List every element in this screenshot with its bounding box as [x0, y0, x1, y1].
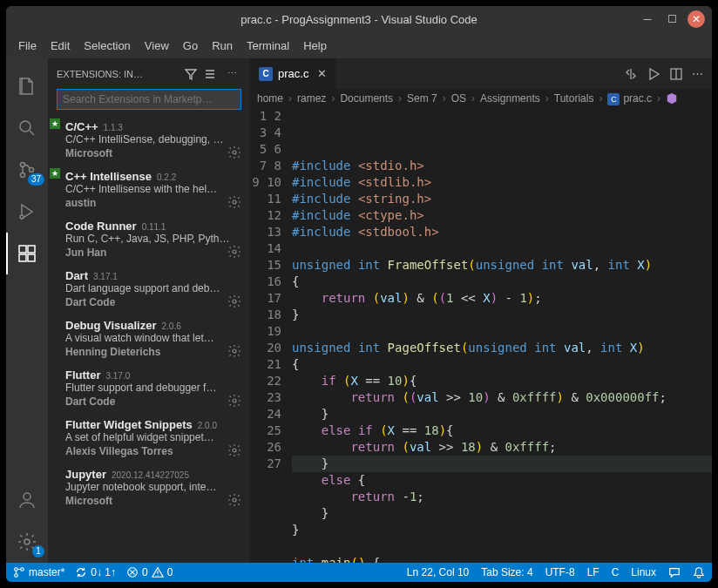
gear-icon[interactable]	[227, 145, 241, 159]
bell-icon[interactable]	[693, 566, 705, 578]
crumb-symbol-icon[interactable]	[666, 92, 678, 105]
extension-item[interactable]: Flutter Widget Snippets2.0.0 A set of he…	[48, 413, 250, 463]
svg-point-3	[30, 168, 34, 172]
crumb[interactable]: OS	[451, 92, 466, 105]
window-title: prac.c - ProgAssignment3 - Visual Studio…	[240, 13, 477, 26]
gear-icon[interactable]	[227, 394, 241, 408]
code-editor[interactable]: #include <stdio.h>#include <stdlib.h>#in…	[292, 108, 712, 563]
maximize-button[interactable]: ☐	[663, 10, 681, 28]
status-problems[interactable]: 0 0	[126, 566, 173, 578]
activity-bar: 37 1	[6, 58, 48, 563]
menu-selection[interactable]: Selection	[77, 36, 137, 56]
svg-rect-5	[19, 246, 26, 253]
status-language[interactable]: C	[612, 566, 620, 578]
feedback-icon[interactable]	[668, 566, 681, 578]
menu-help[interactable]: Help	[296, 36, 334, 56]
status-os[interactable]: Linux	[631, 566, 656, 578]
line-gutter: 1 2 3 4 5 6 7 8 9 10 11 12 13 14 15 16 1…	[250, 108, 292, 563]
svg-point-20	[15, 568, 18, 571]
svg-point-18	[233, 498, 236, 502]
gear-icon[interactable]	[227, 493, 241, 507]
svg-point-17	[233, 449, 236, 452]
run-icon[interactable]	[647, 67, 660, 81]
svg-point-10	[24, 539, 30, 544]
svg-point-12	[233, 200, 236, 204]
svg-rect-7	[28, 254, 35, 261]
svg-point-0	[20, 121, 30, 132]
extension-item[interactable]: Jupyter2020.12.414227025 Jupyter noteboo…	[48, 463, 250, 512]
menu-edit[interactable]: Edit	[44, 36, 77, 56]
minimize-button[interactable]: ─	[639, 10, 656, 28]
svg-point-14	[233, 300, 236, 303]
menu-file[interactable]: File	[11, 36, 44, 56]
source-control-icon[interactable]: 37	[6, 149, 48, 191]
svg-point-9	[24, 493, 30, 500]
svg-point-22	[21, 568, 24, 571]
svg-rect-6	[19, 254, 26, 261]
more-icon[interactable]: ⋯	[222, 68, 241, 79]
scm-badge: 37	[28, 173, 44, 186]
settings-badge: 1	[32, 545, 44, 558]
crumb[interactable]: Assignments	[480, 92, 540, 105]
crumb[interactable]: Sem 7	[407, 92, 437, 105]
svg-rect-8	[28, 246, 35, 253]
menu-run[interactable]: Run	[205, 36, 240, 56]
status-position[interactable]: Ln 22, Col 10	[407, 566, 469, 578]
gear-icon[interactable]	[227, 245, 241, 259]
status-encoding[interactable]: UTF-8	[545, 566, 575, 578]
status-eol[interactable]: LF	[587, 566, 599, 578]
clear-icon[interactable]	[203, 67, 222, 81]
extension-item[interactable]: Dart3.17.1 Dart language support and deb…	[48, 264, 250, 314]
extensions-icon[interactable]	[6, 233, 48, 274]
sidebar-title: EXTENSIONS: IN…	[57, 69, 184, 79]
crumb[interactable]: Tutorials	[554, 92, 594, 105]
extension-item[interactable]: Debug Visualizer2.0.6 A visual watch win…	[48, 314, 250, 363]
extension-item[interactable]: C/C++1.1.3 C/C++ IntelliSense, debugging…	[48, 115, 250, 165]
compare-icon[interactable]	[624, 67, 638, 81]
crumb[interactable]: home	[257, 92, 283, 105]
gear-icon[interactable]	[227, 195, 241, 209]
svg-point-2	[21, 173, 25, 178]
svg-point-15	[233, 349, 236, 353]
filter-icon[interactable]	[184, 67, 203, 81]
extension-item[interactable]: C++ Intellisense0.2.2 C/C++ Intellisense…	[48, 165, 250, 214]
breadcrumb[interactable]: home›ramez›Documents›Sem 7›OS›Assignment…	[250, 89, 712, 108]
editor-more-icon[interactable]: ⋯	[692, 67, 703, 80]
svg-point-4	[20, 215, 24, 219]
search-input[interactable]	[57, 89, 241, 110]
crumb[interactable]: Documents	[340, 92, 393, 105]
status-sync[interactable]: 0↓ 1↑	[75, 566, 116, 578]
status-bar: master* 0↓ 1↑ 0 0 Ln 22, Col 10 Tab Size…	[6, 563, 712, 582]
settings-gear-icon[interactable]: 1	[6, 521, 48, 563]
svg-point-13	[233, 250, 236, 253]
svg-point-11	[233, 151, 236, 154]
tab-filename: prac.c	[278, 67, 308, 80]
close-button[interactable]: ✕	[688, 10, 705, 28]
svg-point-21	[15, 574, 18, 578]
search-icon[interactable]	[6, 107, 48, 149]
gear-icon[interactable]	[227, 344, 241, 358]
menu-view[interactable]: View	[138, 36, 176, 56]
crumb-file[interactable]: Cprac.c	[607, 92, 652, 105]
crumb[interactable]: ramez	[297, 92, 326, 105]
menu-terminal[interactable]: Terminal	[240, 36, 296, 56]
sidebar: EXTENSIONS: IN… ⋯ C/C++1.1.3 C/C++ Intel…	[48, 58, 250, 563]
menu-go[interactable]: Go	[176, 36, 205, 56]
editor-tabs: C prac.c ✕ ⋯	[250, 58, 712, 89]
run-debug-icon[interactable]	[6, 191, 48, 233]
editor-tab[interactable]: C prac.c ✕	[250, 58, 336, 89]
gear-icon[interactable]	[227, 294, 241, 308]
status-branch[interactable]: master*	[13, 566, 64, 578]
extension-item[interactable]: Code Runner0.11.1 Run C, C++, Java, JS, …	[48, 214, 250, 264]
menubar: FileEditSelectionViewGoRunTerminalHelp	[6, 32, 712, 58]
split-editor-icon[interactable]	[669, 67, 683, 81]
gear-icon[interactable]	[227, 443, 241, 457]
accounts-icon[interactable]	[6, 479, 48, 521]
explorer-icon[interactable]	[6, 65, 48, 107]
extension-list: C/C++1.1.3 C/C++ IntelliSense, debugging…	[48, 115, 250, 563]
svg-point-1	[21, 163, 25, 167]
c-lang-icon: C	[259, 67, 273, 81]
close-tab-icon[interactable]: ✕	[314, 67, 327, 80]
extension-item[interactable]: Flutter3.17.0 Flutter support and debugg…	[48, 363, 250, 413]
status-tabsize[interactable]: Tab Size: 4	[481, 566, 532, 578]
